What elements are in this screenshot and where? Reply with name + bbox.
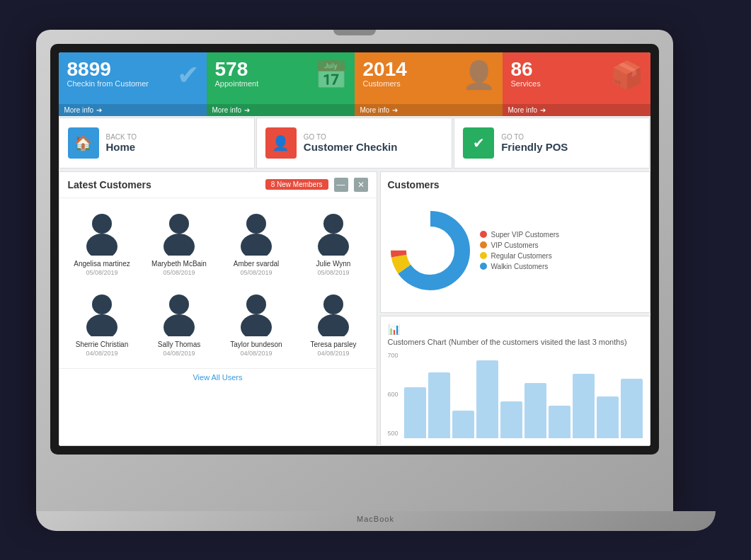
svg-point-5: [241, 234, 272, 256]
svg-point-14: [323, 295, 343, 314]
stats-row: 8899 Checkin from Customer ✔ More info ➔: [59, 52, 650, 116]
customers-panel-header: Latest Customers 8 New Members — ✕: [59, 172, 377, 198]
svg-point-3: [164, 234, 195, 256]
svg-point-4: [246, 214, 266, 234]
avatar: [156, 210, 202, 256]
bar: [404, 387, 426, 438]
stat-more-services[interactable]: More info ➔: [503, 104, 650, 116]
customers-icon: 👤: [462, 59, 495, 91]
customer-date: 05/08/2019: [317, 269, 349, 276]
customers-panel: Latest Customers 8 New Members — ✕: [59, 171, 377, 446]
customers-panel-title: Latest Customers: [68, 179, 151, 190]
bar-chart-title: Customers Chart (Number of the customers…: [388, 338, 643, 346]
legend-dot-supervip: [480, 231, 487, 238]
laptop-screen: 8899 Checkin from Customer ✔ More info ➔: [59, 52, 650, 446]
svg-point-15: [318, 314, 349, 336]
bar: [549, 406, 571, 438]
action-subtitle-checkin: GO TO: [304, 133, 398, 141]
customer-date: 04/08/2019: [163, 350, 195, 357]
bar-chart-icon: 📊: [388, 324, 643, 335]
action-title-pos: Friendly POS: [501, 141, 568, 153]
svg-point-10: [169, 295, 189, 314]
svg-point-8: [92, 295, 112, 314]
stat-more-customers[interactable]: More info ➔: [355, 104, 503, 116]
list-item[interactable]: Julie Wynn 05/08/2019: [297, 204, 371, 282]
avatar: [311, 210, 357, 256]
list-item[interactable]: Sherrie Christian 04/08/2019: [65, 285, 139, 362]
minimize-button[interactable]: —: [334, 178, 348, 192]
legend-dot-regular: [480, 252, 487, 259]
action-card-pos[interactable]: ✔ GO TO Friendly POS: [454, 118, 650, 168]
legend-dot-vip: [480, 241, 487, 248]
bars-container: [404, 352, 643, 438]
customer-name: Amber svardal: [234, 260, 279, 268]
close-button[interactable]: ✕: [354, 178, 368, 192]
legend-item-supervip: Super VIP Customers: [480, 231, 560, 239]
customer-date: 04/08/2019: [317, 350, 349, 357]
laptop-screen-bezel: 8899 Checkin from Customer ✔ More info ➔: [50, 44, 659, 455]
view-all-link[interactable]: View All Users: [59, 368, 377, 386]
svg-point-2: [169, 214, 189, 234]
customer-name: Julie Wynn: [316, 260, 351, 268]
customer-name: Sally Thomas: [158, 341, 200, 348]
avatar: [311, 290, 357, 336]
stat-card-customers: 2014 Customers 👤 More info ➔: [355, 52, 503, 116]
laptop-body: 8899 Checkin from Customer ✔ More info ➔: [36, 30, 673, 511]
bar: [500, 401, 522, 438]
stat-more-appointment[interactable]: More info ➔: [207, 104, 355, 116]
customer-date: 05/08/2019: [86, 269, 117, 276]
bar: [524, 383, 546, 438]
new-members-badge: 8 New Members: [265, 179, 328, 190]
pos-icon-box: ✔: [463, 127, 494, 159]
laptop-notch: [333, 30, 376, 35]
customer-name: Marybeth McBain: [151, 260, 207, 268]
donut-content: Super VIP Customers VIP Customers: [388, 196, 643, 305]
avatar: [234, 290, 280, 336]
stat-more-checkin[interactable]: More info ➔: [59, 104, 207, 116]
action-title-home: Home: [106, 141, 137, 153]
dashboard: 8899 Checkin from Customer ✔ More info ➔: [59, 52, 650, 446]
stat-card-appointment: 578 Appointment 📅 More info ➔: [207, 52, 355, 116]
action-subtitle-pos: GO TO: [501, 133, 568, 141]
donut-panel-title: Customers: [388, 179, 643, 190]
charts-panel: Customers: [380, 171, 650, 446]
bar: [597, 396, 619, 438]
avatar: [79, 210, 125, 256]
list-item[interactable]: Sally Thomas 04/08/2019: [142, 285, 217, 362]
avatar: [79, 290, 125, 336]
action-card-home[interactable]: 🏠 BACK TO Home: [59, 118, 255, 168]
list-item[interactable]: Marybeth McBain 05/08/2019: [142, 204, 217, 282]
donut-panel: Customers: [380, 171, 650, 313]
bar: [428, 372, 450, 438]
avatar: [156, 290, 202, 336]
legend-item-regular: Regular Customers: [480, 252, 560, 260]
svg-point-0: [92, 214, 112, 234]
bar: [476, 360, 498, 438]
checkin-icon-box: 👤: [265, 127, 297, 159]
laptop-wrapper: 8899 Checkin from Customer ✔ More info ➔: [0, 0, 751, 560]
donut-chart: [388, 208, 473, 293]
y-axis: 700 600 500: [388, 352, 401, 438]
list-item[interactable]: Angelisa martinez 05/08/2019: [65, 204, 139, 282]
chart-legend: Super VIP Customers VIP Customers: [480, 231, 560, 270]
list-item[interactable]: Teresa parsley 04/08/2019: [297, 285, 371, 362]
bar: [452, 411, 474, 438]
action-subtitle-home: BACK TO: [106, 133, 137, 141]
customer-name: Taylor bundeson: [230, 341, 282, 348]
home-icon-box: 🏠: [68, 127, 99, 159]
bar-chart-area: 700 600 500: [388, 352, 643, 438]
appointment-icon: 📅: [314, 59, 348, 91]
actions-row: 🏠 BACK TO Home 👤 GO TO Custom: [59, 118, 650, 168]
stat-card-checkin: 8899 Checkin from Customer ✔ More info ➔: [59, 52, 207, 116]
svg-point-1: [86, 234, 117, 256]
svg-point-19: [408, 228, 453, 273]
action-card-checkin[interactable]: 👤 GO TO Customer Checkin: [256, 118, 452, 168]
list-item[interactable]: Taylor bundeson 04/08/2019: [219, 285, 294, 362]
customer-date: 04/08/2019: [86, 350, 117, 357]
list-item[interactable]: Amber svardal 05/08/2019: [219, 204, 294, 282]
stat-card-services: 86 Services 📦 More info ➔: [503, 52, 650, 116]
svg-point-11: [164, 314, 195, 336]
svg-point-6: [323, 214, 343, 234]
avatar: [234, 210, 280, 256]
customer-date: 05/08/2019: [240, 269, 272, 276]
